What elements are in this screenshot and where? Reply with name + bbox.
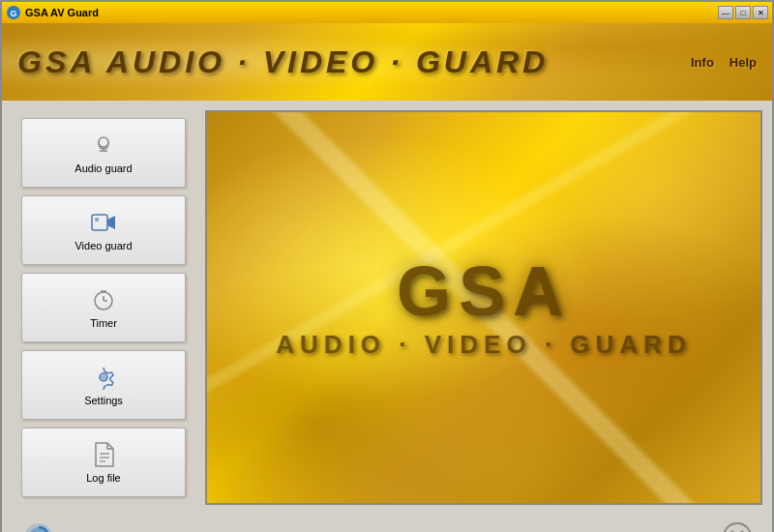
header-banner: GSA AUDIO · VIDEO · GUARD Info Help [2, 23, 772, 101]
audio-guard-label: Audio guard [74, 163, 132, 174]
content-area: GSA AUDIO · VIDEO · GUARD [205, 110, 762, 505]
bottom-bar: Update Close [2, 515, 772, 532]
title-bar-left: G GSA AV Guard [6, 5, 99, 20]
splash-image: GSA AUDIO · VIDEO · GUARD [205, 110, 762, 505]
video-guard-button[interactable]: Video guard [21, 195, 186, 265]
main-window: G GSA AV Guard — □ ✕ GSA AUDIO · VIDEO ·… [0, 0, 774, 532]
title-bar-controls: — □ ✕ [718, 6, 768, 19]
banner-menu: Info Help [691, 55, 757, 70]
log-file-label: Log file [86, 472, 120, 484]
log-file-button[interactable]: Log file [21, 428, 186, 497]
close-window-button[interactable]: ✕ [753, 6, 768, 19]
app-icon: G [6, 5, 21, 20]
timer-label: Timer [90, 317, 117, 329]
video-guard-label: Video guard [74, 240, 132, 251]
svg-point-13 [101, 374, 106, 380]
log-file-icon [90, 441, 117, 468]
info-menu-item[interactable]: Info [691, 55, 714, 70]
title-bar-text: GSA AV Guard [25, 7, 99, 18]
timer-icon [90, 286, 117, 313]
update-action[interactable]: Update [21, 521, 55, 532]
timer-button[interactable]: Timer [21, 273, 186, 342]
audio-guard-icon [90, 132, 117, 159]
svg-point-2 [99, 137, 108, 147]
close-icon [722, 521, 753, 532]
svg-marker-6 [107, 216, 115, 229]
minimize-button[interactable]: — [718, 6, 733, 19]
settings-icon [90, 364, 117, 391]
help-menu-item[interactable]: Help [729, 55, 757, 70]
svg-rect-7 [95, 218, 99, 222]
svg-point-21 [724, 523, 751, 532]
sidebar: Audio guard Video guard [12, 110, 195, 505]
splash-gsa-text: GSA [276, 256, 691, 326]
svg-rect-5 [92, 215, 107, 230]
settings-label: Settings [84, 395, 123, 406]
update-icon [23, 521, 54, 532]
svg-text:G: G [10, 9, 16, 18]
splash-subtitle-text: AUDIO · VIDEO · GUARD [276, 330, 691, 360]
close-action[interactable]: Close [722, 521, 753, 532]
video-guard-icon [90, 209, 117, 236]
main-content: Audio guard Video guard [2, 101, 772, 515]
audio-guard-button[interactable]: Audio guard [21, 118, 186, 188]
banner-title: GSA AUDIO · VIDEO · GUARD [17, 44, 549, 80]
splash-text-container: GSA AUDIO · VIDEO · GUARD [276, 256, 691, 360]
maximize-button[interactable]: □ [735, 6, 751, 19]
title-bar: G GSA AV Guard — □ ✕ [2, 2, 772, 23]
settings-button[interactable]: Settings [21, 350, 186, 420]
